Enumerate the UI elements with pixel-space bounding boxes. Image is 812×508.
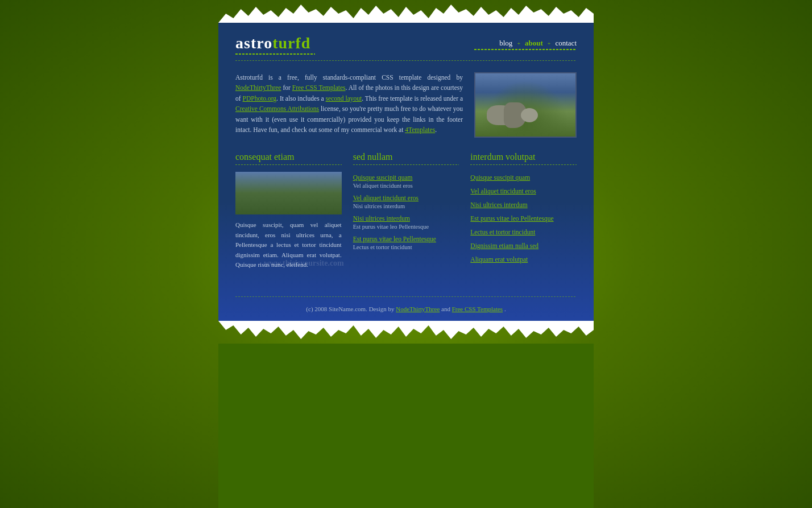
col-consequat: consequat etiam Quisque suscipit, quam v… <box>235 152 342 270</box>
col3-link4: Est purus vitae leo Pellentesque <box>470 213 577 223</box>
col3-link3: Nisi ultrices interdum <box>470 199 577 209</box>
col2-link2-anchor[interactable]: Vel aliquet tincidunt eros <box>353 195 419 201</box>
nav-blog[interactable]: blog <box>499 39 512 48</box>
nav-contact[interactable]: contact <box>555 39 577 48</box>
col3-link7-anchor[interactable]: Aliquam erat volutpat <box>470 256 528 263</box>
col2-divider <box>353 164 459 165</box>
col3-link3-anchor[interactable]: Nisi ultrices interdum <box>470 201 527 208</box>
torn-edge-top <box>218 0 594 23</box>
logo-part1: astro <box>235 34 272 52</box>
link-pdphoto[interactable]: PDPhoto.org <box>243 95 277 102</box>
col2-title: sed nullam <box>353 152 459 162</box>
nav-sep1: + <box>517 40 520 47</box>
col3-link7: Aliquam erat volutpat <box>470 254 577 264</box>
col2-link3-anchor[interactable]: Nisi ultrices interdum <box>353 215 410 222</box>
main-panel: astroturfd blog + about + contact <box>218 23 594 321</box>
footer-link-node33[interactable]: NodeThirtyThree <box>396 305 440 312</box>
torn-edge-bottom <box>218 321 594 344</box>
col3-title: interdum volutpat <box>470 152 577 162</box>
col2-link2: Vel aliquet tincidunt eros Nisi ultrices… <box>353 192 459 209</box>
footer-and: and <box>441 305 452 312</box>
col2-link4-anchor[interactable]: Est purus vitae leo Pellentesque <box>353 236 436 242</box>
col3-link5: Lectus et tortor tincidunt <box>470 226 577 237</box>
logo-part2: turfd <box>272 34 310 52</box>
col2-link1: Quisque suscipit quam Vel aliquet tincid… <box>353 172 459 189</box>
link-freecss[interactable]: Free CSS Templates <box>292 84 346 91</box>
columns-section: consequat etiam Quisque suscipit, quam v… <box>235 152 577 270</box>
nav-about[interactable]: about <box>525 39 543 48</box>
link-4t[interactable]: 4Templates <box>405 126 435 133</box>
col1-divider <box>235 164 342 165</box>
col2-link1-anchor[interactable]: Quisque suscipit quam <box>353 174 413 181</box>
header: astroturfd blog + about + contact <box>218 23 594 60</box>
col-sed-nullam: sed nullam Quisque suscipit quam Vel ali… <box>353 152 459 270</box>
col-interdum: interdum volutpat Quisque suscipit quam … <box>470 152 577 270</box>
col3-link1: Quisque suscipit quam <box>470 172 577 182</box>
rock3 <box>521 108 538 122</box>
footer-text: (c) 2008 SiteName.com. Design by <box>306 305 396 312</box>
nav-area: blog + about + contact <box>474 39 577 50</box>
header-divider <box>235 60 577 61</box>
logo-underline <box>235 53 315 55</box>
col1-image <box>235 172 342 214</box>
col2-link3: Nisi ultrices interdum Est purus vitae l… <box>353 213 459 230</box>
nav-links: blog + about + contact <box>499 39 577 48</box>
nav-underline <box>474 49 577 50</box>
logo: astroturfd <box>235 34 315 52</box>
col3-divider <box>470 164 577 165</box>
logo-area: astroturfd <box>235 34 315 55</box>
intro-image <box>474 72 577 138</box>
intro-text: Astroturfd is a free, fully standards-co… <box>235 72 463 138</box>
col3-link5-anchor[interactable]: Lectus et tortor tincidunt <box>470 229 535 236</box>
content-area: Astroturfd is a free, fully standards-co… <box>218 61 594 296</box>
col2-link4-sub: Lectus et tortor tincidunt <box>353 244 459 250</box>
col2-link4: Est purus vitae leo Pellentesque Lectus … <box>353 233 459 250</box>
col2-link2-sub: Nisi ultrices interdum <box>353 203 459 209</box>
intro-image-bg <box>475 73 575 137</box>
link-node33[interactable]: NodeThirtyThree <box>235 84 281 91</box>
col3-link2: Vel aliquet tincidunt eros <box>470 185 577 196</box>
footer-link-freecss[interactable]: Free CSS Templates <box>452 305 503 312</box>
link-cc[interactable]: Creative Commons Attributions <box>235 105 319 112</box>
footer-divider <box>235 296 577 297</box>
col1-image-bg <box>235 172 342 214</box>
col3-link6: Dignissim etiam nulla sed <box>470 240 577 250</box>
intro-section: Astroturfd is a free, fully standards-co… <box>235 72 577 138</box>
bottom-green-area <box>218 344 594 508</box>
nav-sep2: + <box>548 40 551 47</box>
col3-link1-anchor[interactable]: Quisque suscipit quam <box>470 174 530 181</box>
footer: (c) 2008 SiteName.com. Design by NodeThi… <box>218 297 594 321</box>
col3-link6-anchor[interactable]: Dignissim etiam nulla sed <box>470 242 538 249</box>
col1-title: consequat etiam <box>235 152 342 162</box>
col2-link1-sub: Vel aliquet tincidunt eros <box>353 183 459 189</box>
col3-link4-anchor[interactable]: Est purus vitae leo Pellentesque <box>470 215 553 222</box>
col3-link2-anchor[interactable]: Vel aliquet tincidunt eros <box>470 188 536 195</box>
col1-text: Quisque suscipit, quam vel aliquet tinci… <box>235 220 342 270</box>
col2-link3-sub: Est purus vitae leo Pellentesque <box>353 224 459 230</box>
link-second[interactable]: second layout <box>326 95 362 102</box>
footer-period: . <box>504 305 506 312</box>
